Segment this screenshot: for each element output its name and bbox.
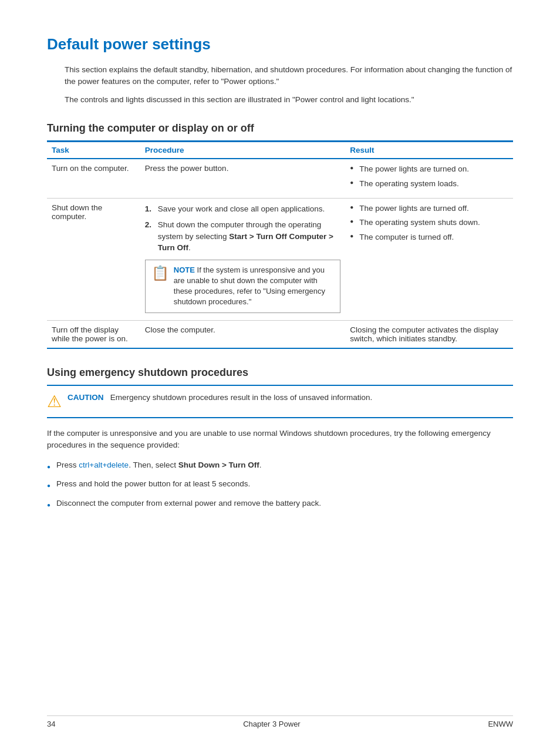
footer-chapter: Chapter 3 Power: [243, 720, 301, 728]
caution-text: CAUTION Emergency shutdown procedures re…: [68, 392, 372, 404]
table-row: Shut down thecomputer. 1. Save your work…: [47, 198, 513, 320]
section2-title: Using emergency shutdown procedures: [47, 367, 513, 379]
emergency-intro: If the computer is unresponsive and you …: [47, 428, 513, 452]
caution-message: Emergency shutdown procedures result in …: [110, 393, 373, 402]
emergency-bullet-1: Press ctrl+alt+delete. Then, select Shut…: [47, 459, 513, 471]
result-bullet: The computer is turned off.: [350, 232, 508, 243]
result-cell: The power lights are turned on. The oper…: [345, 159, 513, 198]
emergency-bullet-3: Disconnect the computer from external po…: [47, 498, 513, 509]
note-text: NOTE If the system is unresponsive and y…: [174, 265, 334, 308]
result-bullet: The operating system loads.: [350, 179, 508, 190]
power-table: Task Procedure Result Turn on the comput…: [47, 140, 513, 349]
procedure-cell: Close the computer.: [140, 320, 345, 348]
caution-label: CAUTION: [68, 393, 104, 402]
caution-box: ⚠ CAUTION Emergency shutdown procedures …: [47, 385, 513, 418]
result-bullet: The power lights are turned off.: [350, 203, 508, 214]
table-header-task: Task: [47, 141, 140, 159]
step-number: 1.: [145, 203, 154, 215]
section1-title: Turning the computer or display on or of…: [47, 122, 513, 135]
intro-paragraph-1: This section explains the default standb…: [65, 64, 513, 88]
procedure-cell: 1. Save your work and close all open app…: [140, 198, 345, 320]
result-cell: Closing the computer activates the displ…: [345, 320, 513, 348]
procedure-cell: Press the power button.: [140, 159, 345, 198]
bullet-text: Press ctrl+alt+delete. Then, select Shut…: [56, 459, 262, 471]
procedure-step: 2. Shut down the computer through the op…: [145, 219, 340, 254]
table-row: Turn off the displaywhile the power is o…: [47, 320, 513, 348]
note-icon: 📋: [151, 266, 169, 280]
table-row: Turn on the computer. Press the power bu…: [47, 159, 513, 198]
bullet-text: Disconnect the computer from external po…: [56, 498, 321, 509]
task-cell: Shut down thecomputer.: [47, 198, 140, 320]
step-text: Save your work and close all open applic…: [158, 203, 325, 215]
table-header-procedure: Procedure: [140, 141, 345, 159]
caution-icon: ⚠: [47, 392, 62, 411]
result-bullet: The power lights are turned on.: [350, 164, 508, 175]
note-label: NOTE: [174, 266, 195, 274]
note-box: 📋 NOTE If the system is unresponsive and…: [145, 260, 340, 313]
emergency-bullet-2: Press and hold the power button for at l…: [47, 478, 513, 490]
step-number: 2.: [145, 219, 154, 231]
step-text: Shut down the computer through the opera…: [158, 219, 340, 254]
result-bullet: The operating system shuts down.: [350, 217, 508, 228]
task-cell: Turn on the computer.: [47, 159, 140, 198]
intro-paragraph-2: The controls and lights discussed in thi…: [65, 94, 513, 106]
footer-locale: ENWW: [488, 720, 513, 728]
footer-page-number: 34: [47, 720, 55, 728]
page-title: Default power settings: [47, 35, 513, 53]
result-cell: The power lights are turned off. The ope…: [345, 198, 513, 320]
page-footer: 34 Chapter 3 Power ENWW: [47, 715, 513, 728]
procedure-step: 1. Save your work and close all open app…: [145, 203, 340, 215]
bullet-text: Press and hold the power button for at l…: [56, 478, 250, 490]
ctrl-alt-delete-link[interactable]: ctrl+alt+delete: [79, 461, 129, 469]
emergency-bullet-list: Press ctrl+alt+delete. Then, select Shut…: [47, 459, 513, 509]
table-header-result: Result: [345, 141, 513, 159]
task-cell: Turn off the displaywhile the power is o…: [47, 320, 140, 348]
